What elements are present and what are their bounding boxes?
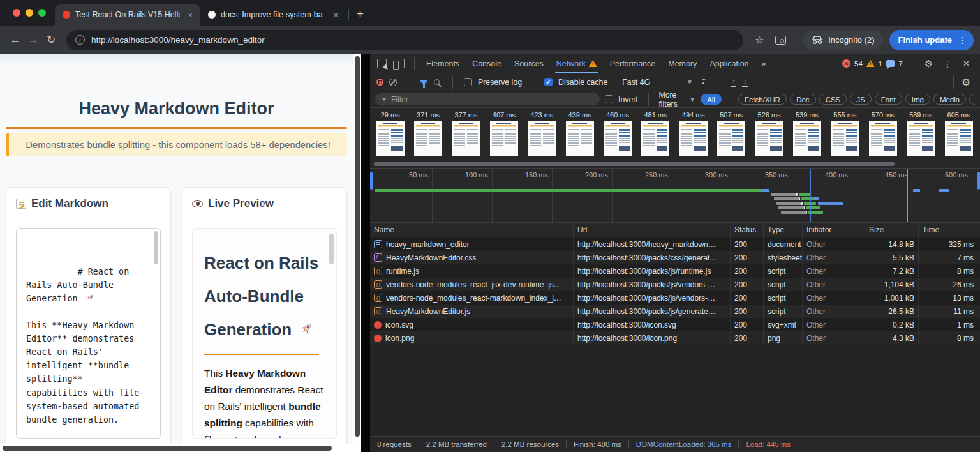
filmstrip-frame[interactable]: 377 ms	[447, 110, 485, 159]
filmstrip-thumbnail[interactable]	[907, 121, 935, 156]
markdown-textarea[interactable]: # React on Rails Auto-Bundle Generation …	[16, 228, 161, 439]
request-name-cell[interactable]: ( )runtime.js	[370, 264, 574, 278]
error-count-icon[interactable]: ✕	[842, 59, 850, 68]
site-info-icon[interactable]: i	[75, 35, 85, 45]
request-type-cell[interactable]: script	[764, 291, 803, 305]
devtools-tab-application[interactable]: Application	[703, 54, 755, 73]
request-url-cell[interactable]: http://localhost:3000/packs/js/runtime.j…	[574, 264, 731, 278]
request-initiator-cell[interactable]: Other	[803, 264, 865, 278]
request-time-cell[interactable]: 7 ms	[919, 251, 980, 264]
request-name-cell[interactable]: heavy_markdown_editor	[370, 237, 574, 251]
request-url-cell[interactable]: http://localhost:3000/heavy_markdown…	[574, 237, 731, 251]
horizontal-scroll-thumb[interactable]	[3, 446, 332, 451]
request-initiator-cell[interactable]: Other	[803, 318, 865, 331]
filmstrip-frame[interactable]: 29 ms	[371, 110, 409, 159]
filter-chip-img[interactable]: Img	[905, 94, 930, 105]
browser-menu-icon[interactable]: ⋮	[956, 35, 970, 45]
request-name-cell[interactable]: ( )HeavyMarkdownEditor.js	[370, 305, 574, 318]
request-size-cell[interactable]: 1,081 kB	[865, 291, 919, 305]
import-har-icon[interactable]: ↑	[731, 78, 737, 87]
preserve-log-checkbox[interactable]	[464, 78, 472, 86]
devtools-tab-elements[interactable]: Elements	[420, 54, 466, 73]
clear-network-log-icon[interactable]	[389, 79, 397, 86]
request-type-cell[interactable]: stylesheet	[764, 251, 803, 264]
column-header-url[interactable]: Url	[574, 223, 731, 237]
devtools-tab-console[interactable]: Console	[466, 54, 508, 73]
table-row[interactable]: HeavyMarkdownEditor.csshttp://localhost:…	[370, 251, 980, 264]
back-icon[interactable]: ←	[6, 31, 24, 49]
table-row[interactable]: ( )vendors-node_modules_react_jsx-dev-ru…	[370, 278, 980, 291]
request-initiator-cell[interactable]: Other	[803, 291, 865, 305]
filmstrip-frame[interactable]: 407 ms	[485, 110, 523, 159]
issues-count[interactable]: 7	[898, 60, 902, 68]
invert-label[interactable]: Invert	[618, 95, 638, 104]
filter-chip-all[interactable]: All	[701, 94, 722, 105]
filmstrip-thumbnail[interactable]	[831, 121, 859, 156]
devtools-menu-icon[interactable]: ⋮	[940, 59, 955, 69]
request-status-cell[interactable]: 200	[731, 318, 764, 331]
error-count[interactable]: 54	[854, 60, 863, 68]
warning-count-icon[interactable]: !	[866, 60, 875, 67]
table-row[interactable]: icon.svghttp://localhost:3000/icon.svg20…	[370, 318, 980, 331]
url-text[interactable]: http://localhost:3000/heavy_markdown_edi…	[91, 35, 265, 45]
filmstrip-frame[interactable]: 589 ms	[902, 110, 939, 159]
request-url-cell[interactable]: http://localhost:3000/packs/js/vendors-…	[574, 278, 731, 291]
filmstrip-frame[interactable]: 494 ms	[674, 110, 712, 159]
more-filters-dropdown-icon[interactable]: ▼	[689, 96, 695, 103]
devtools-tab-network[interactable]: Network!	[550, 54, 604, 73]
filter-input[interactable]: Filter	[375, 93, 600, 105]
filmstrip-frame[interactable]: 570 ms	[864, 110, 902, 159]
issues-icon[interactable]	[886, 60, 895, 67]
devtools-tab-sources[interactable]: Sources	[508, 54, 550, 73]
filmstrip-frame[interactable]: 481 ms	[637, 110, 674, 159]
filmstrip-thumbnail[interactable]	[679, 121, 708, 156]
filmstrip-frame-partial[interactable]	[977, 110, 980, 159]
throttling-dropdown-icon[interactable]: ▼	[687, 79, 693, 86]
request-type-cell[interactable]: document	[764, 237, 803, 251]
filmstrip-frame[interactable]: 460 ms	[598, 110, 636, 159]
filter-chip-manifest[interactable]: Manifest	[969, 94, 975, 105]
request-size-cell[interactable]: 5.5 kB	[865, 251, 919, 264]
request-initiator-cell[interactable]: Other	[803, 278, 865, 291]
table-row[interactable]: ( )runtime.jshttp://localhost:3000/packs…	[370, 264, 980, 278]
invert-checkbox[interactable]	[605, 95, 613, 103]
page-horizontal-scrollbar[interactable]	[0, 444, 353, 452]
table-row[interactable]: heavy_markdown_editorhttp://localhost:30…	[370, 237, 980, 251]
new-tab-button[interactable]: +	[357, 7, 364, 21]
device-toolbar-icon[interactable]	[396, 59, 405, 68]
request-name-cell[interactable]: ( )vendors-node_modules_react_jsx-dev-ru…	[370, 278, 574, 291]
filmstrip-thumbnail[interactable]	[755, 121, 783, 156]
filmstrip-frame[interactable]: 423 ms	[523, 110, 561, 159]
table-row[interactable]: ( )HeavyMarkdownEditor.jshttp://localhos…	[370, 305, 980, 318]
request-type-cell[interactable]: script	[764, 305, 803, 318]
devtools-divider[interactable]	[361, 54, 370, 452]
address-bar[interactable]: i http://localhost:3000/heavy_markdown_e…	[66, 30, 743, 50]
request-name-cell[interactable]: icon.svg	[370, 318, 574, 331]
textarea-scrollbar[interactable]	[154, 231, 158, 264]
more-filters-button[interactable]: More filters	[658, 91, 684, 109]
request-size-cell[interactable]: 7.2 kB	[865, 264, 919, 278]
devtools-tab-memory[interactable]: Memory	[662, 54, 703, 73]
filter-chip-doc[interactable]: Doc	[790, 94, 815, 105]
request-name-cell[interactable]: icon.png	[370, 331, 574, 345]
filmstrip-scrollbar[interactable]	[370, 159, 980, 168]
table-row[interactable]: icon.pnghttp://localhost:3000/icon.png20…	[370, 331, 980, 345]
devtools-settings-icon[interactable]: ⚙	[921, 58, 936, 70]
filmstrip-thumbnail[interactable]	[528, 121, 556, 156]
page-vertical-scrollbar[interactable]	[353, 54, 361, 452]
filmstrip-thumbnail[interactable]	[490, 121, 518, 156]
close-window-button[interactable]	[13, 9, 20, 17]
devtools-tab-more[interactable]: »	[755, 54, 773, 73]
tab-close-icon[interactable]: ×	[330, 10, 341, 20]
inspect-element-icon[interactable]	[377, 59, 387, 68]
request-time-cell[interactable]: 325 ms	[919, 237, 980, 251]
request-size-cell[interactable]: 4.3 kB	[865, 331, 919, 345]
search-network-icon[interactable]	[434, 79, 440, 85]
request-time-cell[interactable]: 11 ms	[919, 305, 980, 318]
request-status-cell[interactable]: 200	[731, 251, 764, 264]
request-initiator-cell[interactable]: Other	[803, 305, 865, 318]
bookmark-star-icon[interactable]: ☆	[750, 34, 769, 46]
filmstrip-thumbnail[interactable]	[945, 121, 973, 156]
network-overview-waterfall[interactable]: 50 ms100 ms150 ms200 ms250 ms300 ms350 m…	[370, 168, 980, 223]
devtools-close-icon[interactable]: ✕	[959, 59, 974, 68]
